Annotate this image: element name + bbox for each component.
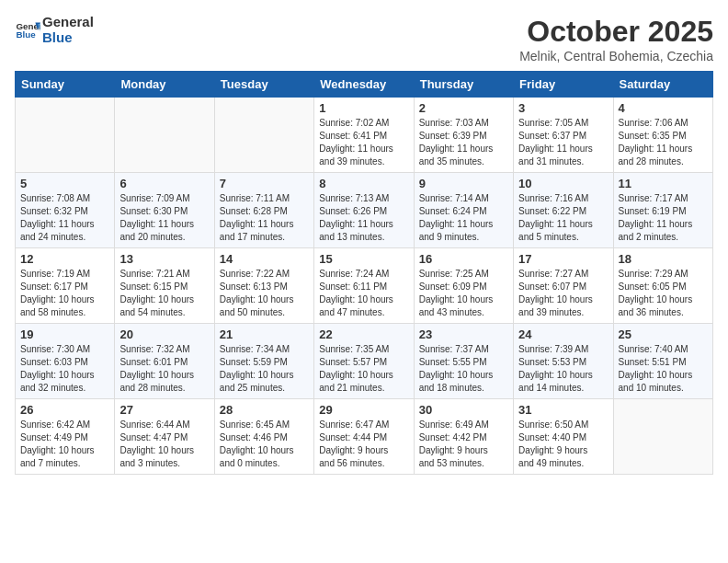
- day-info: Sunrise: 6:45 AM Sunset: 4:46 PM Dayligh…: [220, 419, 309, 470]
- day-number: 15: [319, 252, 408, 266]
- day-info: Sunrise: 7:02 AM Sunset: 6:41 PM Dayligh…: [319, 117, 408, 168]
- day-number: 31: [518, 403, 608, 417]
- week-row-4: 19Sunrise: 7:30 AM Sunset: 6:03 PM Dayli…: [16, 324, 713, 399]
- calendar-cell: 10Sunrise: 7:16 AM Sunset: 6:22 PM Dayli…: [514, 173, 613, 248]
- calendar-cell: 3Sunrise: 7:05 AM Sunset: 6:37 PM Daylig…: [514, 98, 613, 173]
- weekday-header-wednesday: Wednesday: [314, 72, 414, 98]
- day-number: 11: [619, 177, 708, 190]
- day-info: Sunrise: 7:37 AM Sunset: 5:55 PM Dayligh…: [419, 343, 508, 395]
- calendar-cell: 8Sunrise: 7:13 AM Sunset: 6:26 PM Daylig…: [314, 173, 414, 248]
- day-info: Sunrise: 7:09 AM Sunset: 6:30 PM Dayligh…: [119, 192, 209, 244]
- logo: General Blue General Blue: [15, 15, 94, 45]
- day-number: 20: [119, 327, 209, 341]
- day-info: Sunrise: 6:47 AM Sunset: 4:44 PM Dayligh…: [319, 419, 408, 470]
- day-number: 27: [119, 403, 209, 417]
- svg-text:Blue: Blue: [16, 29, 36, 40]
- calendar-table: SundayMondayTuesdayWednesdayThursdayFrid…: [15, 71, 713, 475]
- day-number: 26: [20, 403, 109, 417]
- day-info: Sunrise: 7:24 AM Sunset: 6:11 PM Dayligh…: [319, 268, 408, 319]
- weekday-header-sunday: Sunday: [16, 72, 115, 98]
- day-number: 30: [419, 403, 508, 417]
- day-info: Sunrise: 7:13 AM Sunset: 6:26 PM Dayligh…: [319, 192, 408, 244]
- day-info: Sunrise: 7:03 AM Sunset: 6:39 PM Dayligh…: [419, 117, 508, 168]
- day-number: 24: [518, 327, 608, 341]
- day-number: 19: [20, 327, 109, 341]
- weekday-header-row: SundayMondayTuesdayWednesdayThursdayFrid…: [16, 72, 713, 98]
- calendar-cell: 29Sunrise: 6:47 AM Sunset: 4:44 PM Dayli…: [314, 399, 414, 475]
- calendar-cell: 20Sunrise: 7:32 AM Sunset: 6:01 PM Dayli…: [115, 324, 214, 399]
- day-info: Sunrise: 7:17 AM Sunset: 6:19 PM Dayligh…: [619, 192, 708, 244]
- day-info: Sunrise: 6:50 AM Sunset: 4:40 PM Dayligh…: [518, 419, 608, 470]
- day-info: Sunrise: 7:29 AM Sunset: 6:05 PM Dayligh…: [619, 268, 708, 319]
- day-info: Sunrise: 7:39 AM Sunset: 5:53 PM Dayligh…: [518, 343, 608, 395]
- day-number: 29: [319, 403, 408, 417]
- weekday-header-tuesday: Tuesday: [214, 72, 313, 98]
- day-info: Sunrise: 7:19 AM Sunset: 6:17 PM Dayligh…: [20, 268, 109, 319]
- calendar-cell: 16Sunrise: 7:25 AM Sunset: 6:09 PM Dayli…: [414, 248, 513, 324]
- day-number: 12: [20, 252, 109, 266]
- calendar-cell: [115, 98, 214, 173]
- logo-icon: General Blue: [15, 17, 40, 43]
- day-info: Sunrise: 7:27 AM Sunset: 6:07 PM Dayligh…: [518, 268, 608, 319]
- weekday-header-monday: Monday: [115, 72, 214, 98]
- day-info: Sunrise: 7:40 AM Sunset: 5:51 PM Dayligh…: [619, 343, 708, 395]
- calendar-cell: 24Sunrise: 7:39 AM Sunset: 5:53 PM Dayli…: [514, 324, 613, 399]
- day-number: 3: [518, 101, 608, 115]
- day-number: 9: [419, 177, 508, 190]
- day-info: Sunrise: 7:32 AM Sunset: 6:01 PM Dayligh…: [119, 343, 209, 395]
- calendar-cell: 26Sunrise: 6:42 AM Sunset: 4:49 PM Dayli…: [16, 399, 115, 475]
- week-row-1: 1Sunrise: 7:02 AM Sunset: 6:41 PM Daylig…: [16, 98, 713, 173]
- calendar-cell: 17Sunrise: 7:27 AM Sunset: 6:07 PM Dayli…: [514, 248, 613, 324]
- day-number: 7: [220, 177, 309, 190]
- day-number: 21: [220, 327, 309, 341]
- calendar-cell: 25Sunrise: 7:40 AM Sunset: 5:51 PM Dayli…: [613, 324, 712, 399]
- calendar-cell: 31Sunrise: 6:50 AM Sunset: 4:40 PM Dayli…: [514, 399, 613, 475]
- day-number: 18: [619, 252, 708, 266]
- day-info: Sunrise: 7:35 AM Sunset: 5:57 PM Dayligh…: [319, 343, 408, 395]
- day-info: Sunrise: 7:11 AM Sunset: 6:28 PM Dayligh…: [220, 192, 309, 244]
- calendar-cell: 27Sunrise: 6:44 AM Sunset: 4:47 PM Dayli…: [115, 399, 214, 475]
- day-number: 8: [319, 177, 408, 190]
- calendar-cell: 19Sunrise: 7:30 AM Sunset: 6:03 PM Dayli…: [16, 324, 115, 399]
- calendar-cell: 30Sunrise: 6:49 AM Sunset: 4:42 PM Dayli…: [414, 399, 513, 475]
- calendar-cell: 14Sunrise: 7:22 AM Sunset: 6:13 PM Dayli…: [214, 248, 313, 324]
- location-subtitle: Melnik, Central Bohemia, Czechia: [519, 49, 713, 63]
- calendar-cell: 9Sunrise: 7:14 AM Sunset: 6:24 PM Daylig…: [414, 173, 513, 248]
- day-info: Sunrise: 6:49 AM Sunset: 4:42 PM Dayligh…: [419, 419, 508, 470]
- page-header: General Blue General Blue October 2025 M…: [15, 15, 713, 63]
- calendar-cell: 11Sunrise: 7:17 AM Sunset: 6:19 PM Dayli…: [613, 173, 712, 248]
- logo-general: General: [42, 15, 94, 30]
- calendar-cell: 2Sunrise: 7:03 AM Sunset: 6:39 PM Daylig…: [414, 98, 513, 173]
- day-info: Sunrise: 7:22 AM Sunset: 6:13 PM Dayligh…: [220, 268, 309, 319]
- day-info: Sunrise: 6:42 AM Sunset: 4:49 PM Dayligh…: [20, 419, 109, 470]
- week-row-5: 26Sunrise: 6:42 AM Sunset: 4:49 PM Dayli…: [16, 399, 713, 475]
- day-number: 25: [619, 327, 708, 341]
- day-info: Sunrise: 7:25 AM Sunset: 6:09 PM Dayligh…: [419, 268, 508, 319]
- day-number: 22: [319, 327, 408, 341]
- weekday-header-thursday: Thursday: [414, 72, 513, 98]
- day-info: Sunrise: 7:06 AM Sunset: 6:35 PM Dayligh…: [619, 117, 708, 168]
- day-number: 28: [220, 403, 309, 417]
- day-info: Sunrise: 7:14 AM Sunset: 6:24 PM Dayligh…: [419, 192, 508, 244]
- day-number: 5: [20, 177, 109, 190]
- day-info: Sunrise: 6:44 AM Sunset: 4:47 PM Dayligh…: [119, 419, 209, 470]
- day-info: Sunrise: 7:05 AM Sunset: 6:37 PM Dayligh…: [518, 117, 608, 168]
- title-area: October 2025 Melnik, Central Bohemia, Cz…: [519, 15, 713, 63]
- day-number: 4: [619, 101, 708, 115]
- calendar-cell: 12Sunrise: 7:19 AM Sunset: 6:17 PM Dayli…: [16, 248, 115, 324]
- day-info: Sunrise: 7:08 AM Sunset: 6:32 PM Dayligh…: [20, 192, 109, 244]
- week-row-3: 12Sunrise: 7:19 AM Sunset: 6:17 PM Dayli…: [16, 248, 713, 324]
- month-title: October 2025: [519, 15, 713, 49]
- calendar-cell: 13Sunrise: 7:21 AM Sunset: 6:15 PM Dayli…: [115, 248, 214, 324]
- day-number: 23: [419, 327, 508, 341]
- day-info: Sunrise: 7:21 AM Sunset: 6:15 PM Dayligh…: [119, 268, 209, 319]
- calendar-cell: 18Sunrise: 7:29 AM Sunset: 6:05 PM Dayli…: [613, 248, 712, 324]
- calendar-cell: [214, 98, 313, 173]
- calendar-cell: 7Sunrise: 7:11 AM Sunset: 6:28 PM Daylig…: [214, 173, 313, 248]
- calendar-cell: 4Sunrise: 7:06 AM Sunset: 6:35 PM Daylig…: [613, 98, 712, 173]
- week-row-2: 5Sunrise: 7:08 AM Sunset: 6:32 PM Daylig…: [16, 173, 713, 248]
- day-number: 16: [419, 252, 508, 266]
- calendar-cell: 23Sunrise: 7:37 AM Sunset: 5:55 PM Dayli…: [414, 324, 513, 399]
- calendar-cell: [613, 399, 712, 475]
- calendar-cell: [16, 98, 115, 173]
